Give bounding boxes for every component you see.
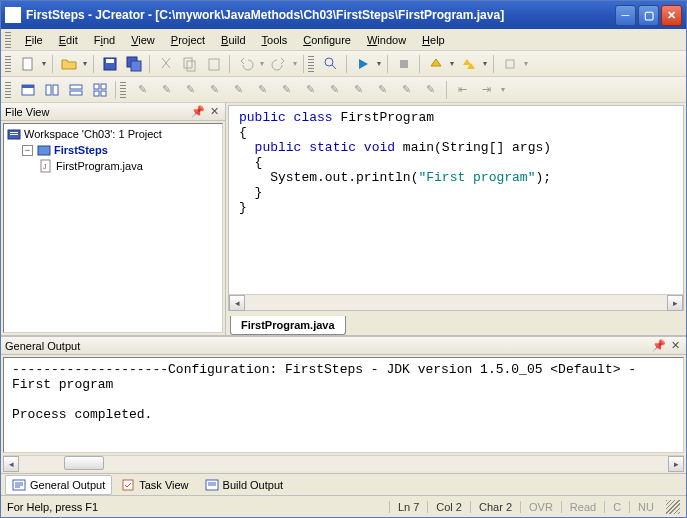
scroll-track[interactable]	[245, 295, 667, 310]
workspace-node[interactable]: Workspace 'Ch03': 1 Project	[6, 126, 220, 142]
menu-file[interactable]: File	[17, 32, 51, 48]
editor-pane: public class FirstProgram { public stati…	[226, 103, 686, 335]
minimize-button[interactable]: ─	[615, 5, 636, 26]
out-scroll-right-icon[interactable]: ▸	[668, 456, 684, 472]
tb2-btn-3[interactable]: ✎	[179, 79, 202, 101]
tb2-btn-10[interactable]: ✎	[347, 79, 370, 101]
status-read: Read	[561, 501, 604, 513]
output-close-icon[interactable]: ✕	[668, 339, 682, 353]
status-help: For Help, press F1	[7, 501, 389, 513]
output-hscroll[interactable]: ◂ ▸	[3, 455, 684, 471]
menu-configure[interactable]: Configure	[295, 32, 359, 48]
menu-window[interactable]: Window	[359, 32, 414, 48]
toolbar-grip[interactable]	[5, 56, 11, 72]
menu-find[interactable]: Find	[86, 32, 123, 48]
menu-edit[interactable]: Edit	[51, 32, 86, 48]
tb2-btn-1[interactable]: ✎	[131, 79, 154, 101]
code-editor[interactable]: public class FirstProgram { public stati…	[229, 106, 683, 294]
build-button[interactable]	[424, 53, 447, 75]
menu-tools[interactable]: Tools	[254, 32, 296, 48]
editor-container: public class FirstProgram { public stati…	[228, 105, 684, 311]
tab-build-output[interactable]: Build Output	[198, 475, 291, 495]
svg-rect-0	[23, 58, 32, 70]
output-text[interactable]: --------------------Configuration: First…	[3, 357, 684, 453]
editor-tabs: FirstProgram.java	[226, 313, 686, 335]
editor-hscroll[interactable]: ◂ ▸	[229, 294, 683, 310]
menu-build[interactable]: Build	[213, 32, 253, 48]
expander-icon[interactable]: −	[22, 145, 33, 156]
build-all-button[interactable]	[457, 53, 480, 75]
window-button-2[interactable]	[40, 79, 63, 101]
toolbar2-grip[interactable]	[5, 82, 11, 98]
menu-project[interactable]: Project	[163, 32, 213, 48]
tb2-btn-15[interactable]: ⇥	[475, 79, 498, 101]
svg-rect-22	[10, 132, 18, 133]
tab-general-output[interactable]: General Output	[5, 475, 112, 495]
tb2-btn-7[interactable]: ✎	[275, 79, 298, 101]
scroll-right-icon[interactable]: ▸	[667, 295, 683, 311]
file-view-header: File View 📌 ✕	[1, 103, 225, 121]
app-window: FirstSteps - JCreator - [C:\mywork\JavaM…	[0, 0, 687, 518]
status-ln: Ln 7	[389, 501, 427, 513]
svg-rect-7	[209, 59, 219, 70]
tb2-btn-6[interactable]: ✎	[251, 79, 274, 101]
tool-button[interactable]	[498, 53, 521, 75]
resize-grip[interactable]	[666, 500, 680, 514]
menu-view[interactable]: View	[123, 32, 163, 48]
window-button-4[interactable]	[88, 79, 111, 101]
tb2-btn-13[interactable]: ✎	[419, 79, 442, 101]
main-area: File View 📌 ✕ Workspace 'Ch03': 1 Projec…	[1, 103, 686, 335]
tab-task-view[interactable]: Task View	[114, 475, 195, 495]
svg-rect-16	[70, 91, 82, 95]
svg-rect-12	[22, 85, 34, 88]
pin-icon[interactable]: 📌	[191, 105, 205, 119]
tb2-btn-8[interactable]: ✎	[299, 79, 322, 101]
new-dropdown[interactable]: ▾	[40, 59, 48, 68]
tb2-btn-12[interactable]: ✎	[395, 79, 418, 101]
save-button[interactable]	[98, 53, 121, 75]
output-pin-icon[interactable]: 📌	[652, 339, 666, 353]
file-label: FirstProgram.java	[56, 160, 143, 172]
tb2-btn-11[interactable]: ✎	[371, 79, 394, 101]
output-title: General Output	[5, 340, 650, 352]
toolbar-grip-2[interactable]	[308, 56, 314, 72]
save-all-button[interactable]	[122, 53, 145, 75]
project-label: FirstSteps	[54, 144, 108, 156]
out-scroll-left-icon[interactable]: ◂	[3, 456, 19, 472]
paste-button[interactable]	[202, 53, 225, 75]
run-button[interactable]	[351, 53, 374, 75]
tb2-btn-14[interactable]: ⇤	[451, 79, 474, 101]
tb2-btn-5[interactable]: ✎	[227, 79, 250, 101]
out-scroll-track[interactable]	[19, 456, 668, 471]
window-button-3[interactable]	[64, 79, 87, 101]
maximize-button[interactable]: ▢	[638, 5, 659, 26]
open-dropdown[interactable]: ▾	[81, 59, 89, 68]
window-title: FirstSteps - JCreator - [C:\mywork\JavaM…	[26, 8, 615, 22]
redo-button[interactable]	[267, 53, 290, 75]
copy-button[interactable]	[178, 53, 201, 75]
workspace-label: Workspace 'Ch03': 1 Project	[24, 128, 162, 140]
menu-help[interactable]: Help	[414, 32, 453, 48]
cut-button[interactable]	[154, 53, 177, 75]
editor-tab-active[interactable]: FirstProgram.java	[230, 316, 346, 335]
project-node[interactable]: − FirstSteps	[6, 142, 220, 158]
new-button[interactable]	[16, 53, 39, 75]
file-node[interactable]: J FirstProgram.java	[6, 158, 220, 174]
file-tree[interactable]: Workspace 'Ch03': 1 Project − FirstSteps…	[3, 123, 223, 333]
out-scroll-thumb[interactable]	[64, 456, 104, 470]
toolbar2-grip-2[interactable]	[120, 82, 126, 98]
tb2-btn-2[interactable]: ✎	[155, 79, 178, 101]
pane-close-icon[interactable]: ✕	[207, 105, 221, 119]
tb2-btn-4[interactable]: ✎	[203, 79, 226, 101]
close-button[interactable]: ✕	[661, 5, 682, 26]
undo-button[interactable]	[234, 53, 257, 75]
svg-rect-17	[94, 84, 99, 89]
window-button-1[interactable]	[16, 79, 39, 101]
titlebar[interactable]: FirstSteps - JCreator - [C:\mywork\JavaM…	[1, 1, 686, 29]
stop-button[interactable]	[392, 53, 415, 75]
open-button[interactable]	[57, 53, 80, 75]
scroll-left-icon[interactable]: ◂	[229, 295, 245, 311]
find-button[interactable]	[319, 53, 342, 75]
menubar-grip[interactable]	[5, 32, 11, 48]
tb2-btn-9[interactable]: ✎	[323, 79, 346, 101]
